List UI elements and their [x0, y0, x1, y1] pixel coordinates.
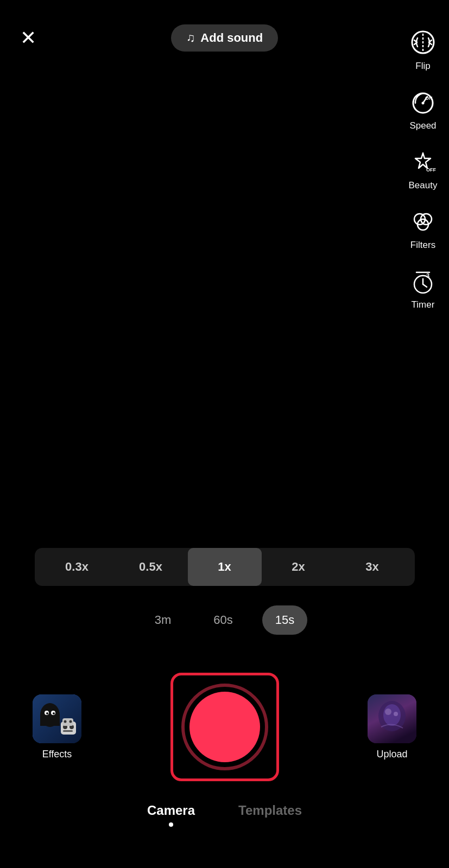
- speed-label: Speed: [409, 120, 436, 131]
- speed-bar: 0.3x 0.5x 1x 2x 3x: [35, 548, 415, 586]
- svg-rect-14: [40, 715, 60, 726]
- close-icon: ✕: [20, 28, 36, 48]
- speed-1x-button[interactable]: 1x: [188, 548, 262, 586]
- sidebar-item-timer[interactable]: 3 Timer: [408, 266, 438, 310]
- right-sidebar: Flip ON Speed OFF Beauty: [408, 27, 438, 310]
- svg-point-17: [46, 712, 48, 714]
- templates-nav-label: Templates: [238, 803, 302, 818]
- timer-icon: 3: [408, 266, 438, 296]
- filters-icon: [408, 206, 438, 237]
- beauty-icon: OFF: [408, 146, 438, 177]
- add-sound-button[interactable]: ♫ Add sound: [171, 24, 278, 52]
- upload-thumbnail: [368, 694, 416, 743]
- effects-thumb-inner: [33, 694, 81, 743]
- svg-point-29: [385, 709, 391, 715]
- duration-60s-button[interactable]: 60s: [200, 605, 245, 635]
- speed-2x-button[interactable]: 2x: [262, 548, 336, 586]
- bottom-nav: Camera Templates: [0, 787, 449, 868]
- effects-button[interactable]: Effects: [33, 694, 81, 760]
- filters-label: Filters: [410, 240, 435, 251]
- speed-0-3x-button[interactable]: 0.3x: [40, 548, 114, 586]
- duration-controls: 3m 60s 15s: [0, 605, 449, 635]
- upload-button[interactable]: Upload: [368, 694, 416, 760]
- music-icon: ♫: [186, 31, 195, 45]
- sidebar-item-beauty[interactable]: OFF Beauty: [408, 146, 438, 191]
- svg-point-28: [383, 704, 401, 726]
- svg-point-24: [64, 720, 67, 723]
- svg-text:ON: ON: [425, 95, 433, 101]
- record-container: [170, 673, 279, 781]
- speed-icon: ON: [408, 87, 438, 117]
- speed-3x-button[interactable]: 3x: [336, 548, 409, 586]
- duration-3m-button[interactable]: 3m: [142, 605, 185, 635]
- svg-point-30: [394, 712, 398, 716]
- effects-thumbnail: [33, 694, 81, 743]
- close-button[interactable]: ✕: [15, 25, 41, 51]
- nav-item-templates[interactable]: Templates: [238, 803, 302, 818]
- nav-item-camera[interactable]: Camera: [147, 803, 195, 827]
- sidebar-item-filters[interactable]: Filters: [408, 206, 438, 251]
- speed-0-5x-button[interactable]: 0.5x: [114, 548, 188, 586]
- svg-text:3: 3: [426, 272, 429, 279]
- camera-nav-dot: [169, 822, 173, 827]
- beauty-label: Beauty: [409, 180, 438, 191]
- upload-label: Upload: [376, 749, 407, 760]
- svg-point-25: [69, 720, 72, 723]
- flip-icon: [408, 27, 438, 58]
- svg-text:OFF: OFF: [426, 167, 436, 173]
- effects-label: Effects: [42, 749, 72, 760]
- record-outer-border: [170, 673, 279, 781]
- camera-nav-label: Camera: [147, 803, 195, 818]
- duration-15s-button[interactable]: 15s: [262, 605, 307, 635]
- svg-rect-22: [63, 730, 73, 732]
- svg-point-3: [422, 102, 425, 105]
- bottom-actions: Effects: [0, 673, 449, 781]
- sidebar-item-flip[interactable]: Flip: [408, 27, 438, 72]
- add-sound-label: Add sound: [200, 31, 263, 45]
- speed-controls: 0.3x 0.5x 1x 2x 3x: [0, 548, 449, 586]
- svg-point-18: [53, 712, 55, 714]
- sidebar-item-speed[interactable]: ON Speed: [408, 87, 438, 131]
- top-bar: ✕ ♫ Add sound: [0, 0, 449, 60]
- timer-label: Timer: [412, 299, 435, 310]
- flip-label: Flip: [415, 61, 430, 72]
